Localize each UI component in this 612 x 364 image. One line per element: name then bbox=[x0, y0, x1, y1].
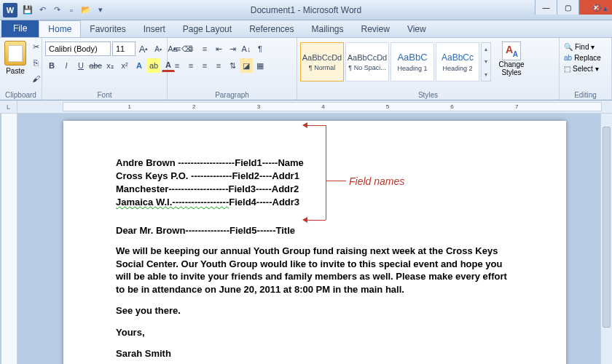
dear-line: Dear Mr. Brown--------------Field5------… bbox=[116, 225, 514, 236]
format-painter-icon[interactable]: 🖌 bbox=[29, 71, 42, 86]
closing-line: Yours, bbox=[116, 326, 514, 339]
help-icon[interactable]: ⓘ ▴ bbox=[593, 3, 608, 14]
replace-button[interactable]: abReplace bbox=[564, 54, 601, 62]
group-paragraph: •≡ ≡ ≡ ⇤ ⇥ A↓ ¶ ≡ ≡ ≡ ≡ ⇅ ◪ ▦ Paragraph bbox=[168, 38, 297, 100]
group-label-clipboard: Clipboard bbox=[0, 91, 42, 99]
vertical-ruler[interactable] bbox=[1, 114, 17, 364]
change-styles-button[interactable]: Change Styles bbox=[494, 41, 529, 76]
document-workspace: Andre Brown ------------------Field1----… bbox=[0, 114, 612, 364]
style-heading-2[interactable]: AaBbCc Heading 2 bbox=[436, 42, 479, 82]
scrollbar-thumb[interactable] bbox=[603, 127, 611, 328]
word-app-icon: W bbox=[3, 3, 17, 17]
minimize-button[interactable]: — bbox=[535, 0, 557, 15]
replace-icon: ab bbox=[564, 54, 572, 62]
text-effects-icon[interactable]: A bbox=[133, 58, 146, 73]
strikethrough-button[interactable]: abc bbox=[89, 58, 102, 73]
ribbon-tabs: File Home Favorites Insert Page Layout R… bbox=[0, 20, 612, 38]
body-paragraph: We will be keeping our annual Youth Grou… bbox=[116, 245, 514, 296]
shading-icon[interactable]: ◪ bbox=[240, 58, 253, 73]
ruler-scale[interactable]: 1 2 3 4 5 6 7 bbox=[63, 102, 602, 111]
tab-review[interactable]: Review bbox=[353, 21, 399, 37]
italic-button[interactable]: I bbox=[60, 58, 73, 73]
tab-view[interactable]: View bbox=[399, 21, 435, 37]
find-button[interactable]: 🔍Find ▾ bbox=[564, 43, 595, 51]
grow-font-icon[interactable]: A▴ bbox=[137, 41, 150, 56]
undo-icon[interactable]: ↶ bbox=[36, 4, 48, 16]
maximize-button[interactable]: ▢ bbox=[557, 0, 578, 15]
group-label-paragraph: Paragraph bbox=[168, 91, 297, 99]
increase-indent-icon[interactable]: ⇥ bbox=[226, 41, 239, 56]
paste-button[interactable]: Paste bbox=[3, 39, 28, 76]
borders-icon[interactable]: ▦ bbox=[254, 58, 267, 73]
tab-favorites[interactable]: Favorites bbox=[81, 21, 134, 37]
align-left-icon[interactable]: ≡ bbox=[170, 58, 184, 73]
multilevel-icon[interactable]: ≡ bbox=[198, 41, 211, 56]
clipboard-icon bbox=[4, 41, 26, 66]
tab-home[interactable]: Home bbox=[39, 20, 81, 37]
see-you-line: See you there. bbox=[116, 304, 514, 317]
field-line-2: Cross Keys P.O. -------------Field2----A… bbox=[116, 170, 514, 181]
group-editing: 🔍Find ▾ abReplace ⬚Select ▾ Editing bbox=[560, 38, 612, 100]
field-line-3: Manchester-------------------Field3-----… bbox=[116, 183, 514, 194]
decrease-indent-icon[interactable]: ⇤ bbox=[212, 41, 225, 56]
tab-file[interactable]: File bbox=[1, 20, 39, 37]
numbering-icon[interactable]: ≡ bbox=[184, 41, 197, 56]
quick-access-toolbar: 💾 ↶ ↷ ▫ 📂 ▾ bbox=[22, 4, 106, 16]
field-line-1: Andre Brown ------------------Field1----… bbox=[116, 157, 514, 168]
group-font: Calibri (Body) 11 A▴ A▾ Aa ⌫ B I U abc x… bbox=[42, 38, 168, 100]
annotation-arrow-top bbox=[307, 125, 326, 126]
font-family-combo[interactable]: Calibri (Body) bbox=[45, 41, 111, 56]
tab-references[interactable]: References bbox=[240, 21, 302, 37]
window-title: Document1 - Microsoft Word bbox=[251, 5, 362, 15]
tab-insert[interactable]: Insert bbox=[135, 21, 174, 37]
copy-icon[interactable]: ⎘ bbox=[29, 55, 42, 70]
vertical-scrollbar[interactable] bbox=[600, 114, 612, 364]
shrink-font-icon[interactable]: A▾ bbox=[152, 41, 165, 56]
horizontal-ruler: L 1 2 3 4 5 6 7 bbox=[0, 100, 612, 114]
group-label-font: Font bbox=[42, 91, 167, 99]
save-icon[interactable]: 💾 bbox=[22, 4, 34, 16]
find-icon: 🔍 bbox=[564, 43, 573, 51]
sort-icon[interactable]: A↓ bbox=[240, 41, 253, 56]
new-icon[interactable]: ▫ bbox=[66, 4, 77, 16]
tab-page-layout[interactable]: Page Layout bbox=[174, 21, 240, 37]
show-marks-icon[interactable]: ¶ bbox=[254, 41, 267, 56]
open-folder-icon[interactable]: 📂 bbox=[80, 4, 92, 16]
annotation-arrow-bottom bbox=[307, 220, 326, 221]
cut-icon[interactable]: ✂ bbox=[29, 39, 42, 54]
style-no-spacing[interactable]: AaBbCcDd ¶ No Spaci... bbox=[345, 42, 389, 82]
arrowhead-icon bbox=[302, 122, 307, 128]
style-gallery: AaBbCcDd ¶ Normal AaBbCcDd ¶ No Spaci...… bbox=[300, 41, 491, 82]
ruler-corner: L bbox=[0, 100, 17, 113]
page-area: Andre Brown ------------------Field1----… bbox=[17, 114, 612, 364]
underline-button[interactable]: U bbox=[74, 58, 87, 73]
ribbon: Paste ✂ ⎘ 🖌 Clipboard Calibri (Body) 11 … bbox=[0, 38, 612, 100]
bullets-icon[interactable]: •≡ bbox=[170, 41, 184, 56]
align-center-icon[interactable]: ≡ bbox=[184, 58, 197, 73]
highlight-icon[interactable]: ab bbox=[147, 58, 160, 73]
style-heading-1[interactable]: AaBbC Heading 1 bbox=[391, 42, 434, 82]
group-styles: AaBbCcDd ¶ Normal AaBbCcDd ¶ No Spaci...… bbox=[297, 38, 560, 100]
field-line-4: Jamaica W.I.------------------Field4----… bbox=[116, 197, 514, 207]
style-normal[interactable]: AaBbCcDd ¶ Normal bbox=[300, 42, 344, 82]
align-right-icon[interactable]: ≡ bbox=[198, 58, 211, 73]
document-page[interactable]: Andre Brown ------------------Field1----… bbox=[63, 121, 566, 364]
signature-line: Sarah Smith bbox=[116, 347, 514, 360]
bold-button[interactable]: B bbox=[45, 58, 58, 73]
group-label-editing: Editing bbox=[560, 91, 611, 99]
style-gallery-scroll[interactable]: ▴▾▾ bbox=[481, 42, 491, 82]
font-size-combo[interactable]: 11 bbox=[112, 41, 136, 56]
tab-mailings[interactable]: Mailings bbox=[303, 21, 353, 37]
arrowhead-icon bbox=[302, 217, 307, 223]
qat-dropdown-icon[interactable]: ▾ bbox=[95, 4, 106, 16]
justify-icon[interactable]: ≡ bbox=[212, 58, 225, 73]
title-bar: W 💾 ↶ ↷ ▫ 📂 ▾ Document1 - Microsoft Word… bbox=[0, 0, 612, 20]
select-button[interactable]: ⬚Select ▾ bbox=[564, 65, 599, 73]
group-label-styles: Styles bbox=[297, 91, 559, 99]
line-spacing-icon[interactable]: ⇅ bbox=[226, 58, 239, 73]
superscript-button[interactable]: x² bbox=[118, 58, 131, 73]
paste-label: Paste bbox=[6, 67, 25, 75]
group-clipboard: Paste ✂ ⎘ 🖌 Clipboard bbox=[0, 38, 42, 100]
redo-icon[interactable]: ↷ bbox=[51, 4, 63, 16]
subscript-button[interactable]: x₂ bbox=[103, 58, 117, 73]
